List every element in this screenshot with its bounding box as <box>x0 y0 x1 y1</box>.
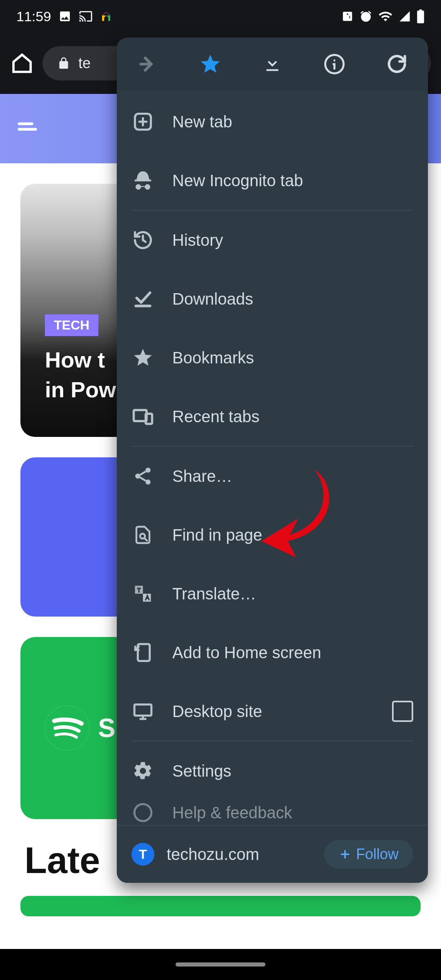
menu-item-help[interactable]: Help & feedback <box>117 800 428 825</box>
translate-icon <box>131 582 154 605</box>
desktop-icon <box>131 700 154 723</box>
svg-rect-10 <box>134 704 151 715</box>
status-time: 11:59 <box>16 9 51 24</box>
category-tag: TECH <box>45 314 98 336</box>
hamburger-icon[interactable] <box>16 116 41 141</box>
share-icon <box>131 465 154 488</box>
menu-item-list: New tab New Incognito tab History Downlo… <box>117 91 428 825</box>
plus-box-icon <box>131 110 154 133</box>
bottom-card[interactable] <box>20 896 421 916</box>
site-favicon: T <box>131 843 154 866</box>
svg-point-5 <box>145 468 151 473</box>
svg-point-7 <box>145 479 151 485</box>
image-icon <box>58 10 71 23</box>
incognito-icon <box>131 169 154 192</box>
alarm-icon <box>359 10 372 23</box>
home-button[interactable] <box>10 51 34 76</box>
help-icon <box>131 801 154 824</box>
battery-icon <box>416 9 425 23</box>
recycle-icon <box>341 10 354 22</box>
android-nav-bar <box>0 949 441 980</box>
url-text: te <box>78 55 91 72</box>
history-icon <box>131 229 154 252</box>
menu-label: History <box>172 231 413 249</box>
site-name: techozu.com <box>167 845 312 864</box>
lock-icon <box>57 57 70 70</box>
menu-item-bookmarks[interactable]: Bookmarks <box>117 328 428 387</box>
gesture-handle[interactable] <box>176 962 265 967</box>
add-home-icon <box>131 641 154 664</box>
menu-item-desktop-site[interactable]: Desktop site <box>117 682 428 741</box>
cast-icon <box>79 9 93 23</box>
menu-label: Add to Home screen <box>172 644 413 662</box>
forward-button[interactable] <box>133 49 163 79</box>
bookmark-star-button[interactable] <box>196 49 225 79</box>
menu-item-find-in-page[interactable]: Find in page <box>117 506 428 564</box>
menu-item-translate[interactable]: Translate… <box>117 564 428 623</box>
browser-overflow-menu: New tab New Incognito tab History Downlo… <box>117 38 428 883</box>
menu-item-add-home[interactable]: Add to Home screen <box>117 623 428 682</box>
find-in-page-icon <box>131 523 154 546</box>
menu-item-downloads[interactable]: Downloads <box>117 270 428 328</box>
follow-button[interactable]: Follow <box>324 840 413 869</box>
google-home-icon <box>100 10 112 22</box>
article-headline: How t in Pow <box>45 345 116 405</box>
menu-item-history[interactable]: History <box>117 211 428 270</box>
signal-icon <box>399 10 411 22</box>
menu-top-icon-row <box>117 38 428 91</box>
download-button[interactable] <box>258 49 287 79</box>
svg-point-6 <box>135 474 140 479</box>
menu-label: New Incognito tab <box>172 172 413 190</box>
menu-label: Desktop site <box>172 702 374 721</box>
menu-label: Recent tabs <box>172 408 413 426</box>
menu-label: Find in page <box>172 526 413 544</box>
menu-label: Help & feedback <box>172 804 413 822</box>
info-button[interactable] <box>320 49 349 79</box>
menu-label: Downloads <box>172 290 413 308</box>
status-bar: 11:59 <box>0 0 441 33</box>
menu-label: Translate… <box>172 585 413 603</box>
follow-label: Follow <box>356 846 399 863</box>
gear-icon <box>131 760 154 782</box>
menu-label: Bookmarks <box>172 349 413 367</box>
svg-rect-4 <box>146 414 152 424</box>
menu-item-settings[interactable]: Settings <box>117 742 428 800</box>
desktop-site-checkbox[interactable] <box>392 701 413 722</box>
menu-label: Settings <box>172 762 413 780</box>
star-icon <box>131 346 154 369</box>
menu-label: Share… <box>172 467 413 486</box>
menu-item-new-tab[interactable]: New tab <box>117 92 428 151</box>
reload-button[interactable] <box>382 49 412 79</box>
devices-icon <box>131 405 154 428</box>
menu-item-share[interactable]: Share… <box>117 447 428 506</box>
menu-item-incognito[interactable]: New Incognito tab <box>117 151 428 210</box>
wifi-icon <box>378 9 393 24</box>
menu-footer: T techozu.com Follow <box>117 825 428 883</box>
check-underline-icon <box>131 287 154 310</box>
svg-point-11 <box>134 804 151 821</box>
menu-label: New tab <box>172 113 413 131</box>
menu-item-recent-tabs[interactable]: Recent tabs <box>117 387 428 446</box>
